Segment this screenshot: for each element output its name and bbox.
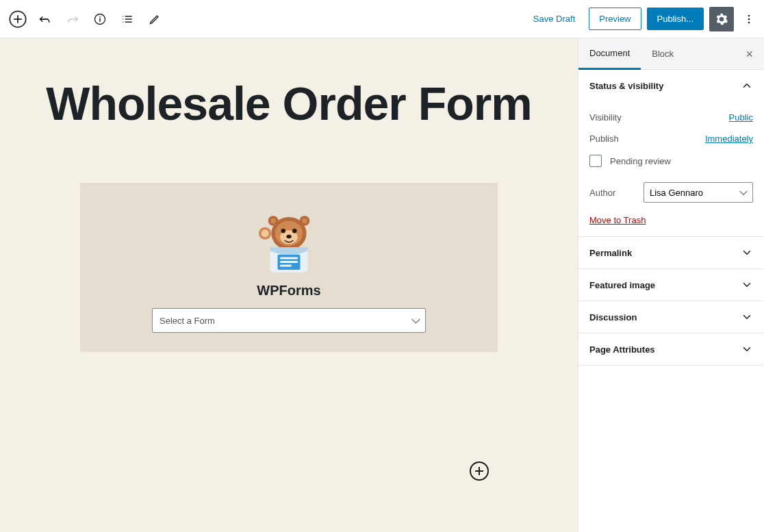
author-row: Author Lisa Gennaro xyxy=(589,177,753,208)
block-label: WPForms xyxy=(94,283,484,299)
settings-button[interactable] xyxy=(709,7,734,31)
sidebar-tabs: Document Block × xyxy=(578,38,764,70)
panel-title: Permalink xyxy=(589,248,632,258)
tab-document[interactable]: Document xyxy=(578,38,641,70)
panel-header-status[interactable]: Status & visibility xyxy=(578,70,764,101)
wpforms-block[interactable]: WPForms Select a Form xyxy=(80,183,498,352)
svg-point-4 xyxy=(99,16,101,17)
edit-button[interactable] xyxy=(142,7,167,31)
preview-button[interactable]: Preview xyxy=(589,8,641,30)
topbar-right: Save Draft Preview Publish... xyxy=(525,7,759,31)
plus-circle-icon xyxy=(8,10,27,29)
page-title[interactable]: Wholesale Order Form xyxy=(27,79,550,128)
redo-icon xyxy=(66,12,79,26)
wpforms-mascot-icon xyxy=(251,202,327,277)
panel-discussion: Discussion xyxy=(578,301,764,333)
svg-point-14 xyxy=(748,21,750,23)
list-icon xyxy=(120,12,134,26)
panel-header-discussion[interactable]: Discussion xyxy=(578,301,764,333)
more-menu-button[interactable] xyxy=(739,7,759,31)
publish-label: Publish xyxy=(589,134,619,144)
svg-point-12 xyxy=(748,14,750,16)
panel-title: Featured image xyxy=(589,280,655,290)
publish-value-link[interactable]: Immediately xyxy=(705,134,753,144)
chevron-down-icon xyxy=(741,246,753,259)
undo-icon xyxy=(38,12,52,26)
gear-icon xyxy=(715,12,728,26)
redo-button[interactable] xyxy=(60,7,85,31)
visibility-value-link[interactable]: Public xyxy=(729,112,753,123)
svg-point-23 xyxy=(292,229,296,233)
panel-title: Page Attributes xyxy=(589,344,655,355)
panel-featured-image: Featured image xyxy=(578,269,764,301)
info-icon xyxy=(93,12,107,26)
pencil-icon xyxy=(148,12,162,26)
topbar-left xyxy=(5,7,167,31)
chevron-down-icon xyxy=(741,311,753,323)
svg-point-24 xyxy=(286,235,291,239)
tab-block[interactable]: Block xyxy=(641,39,685,68)
publish-row: Publish Immediately xyxy=(589,128,753,149)
author-label: Author xyxy=(589,188,615,198)
panel-page-attributes: Page Attributes xyxy=(578,333,764,366)
more-vertical-icon xyxy=(742,12,756,26)
undo-button[interactable] xyxy=(33,7,58,31)
panel-header-featured-image[interactable]: Featured image xyxy=(578,269,764,301)
checkbox-icon[interactable] xyxy=(589,155,602,167)
svg-rect-30 xyxy=(280,262,298,264)
panel-header-page-attributes[interactable]: Page Attributes xyxy=(578,333,764,365)
panel-title: Discussion xyxy=(589,312,637,322)
move-to-trash-link[interactable]: Move to Trash xyxy=(589,215,646,225)
editor-canvas[interactable]: Wholesale Order Form xyxy=(0,38,578,532)
svg-point-20 xyxy=(270,218,275,223)
pending-review-label: Pending review xyxy=(610,156,671,166)
svg-point-21 xyxy=(302,218,307,223)
chevron-down-icon xyxy=(741,343,753,355)
publish-button[interactable]: Publish... xyxy=(647,8,704,30)
settings-sidebar: Document Block × Status & visibility Vis… xyxy=(578,38,764,532)
svg-point-26 xyxy=(262,230,269,238)
panel-body-status: Visibility Public Publish Immediately Pe… xyxy=(578,101,764,236)
form-select[interactable]: Select a Form xyxy=(152,308,426,333)
svg-point-22 xyxy=(281,229,285,233)
panel-title: Status & visibility xyxy=(589,81,663,91)
close-sidebar-button[interactable]: × xyxy=(740,44,759,64)
panel-permalink: Permalink xyxy=(578,237,764,269)
add-block-toolbar-button[interactable] xyxy=(5,7,30,31)
main-area: Wholesale Order Form xyxy=(0,38,764,532)
editor-canvas-wrap: Wholesale Order Form xyxy=(0,38,578,532)
form-select-wrap: Select a Form xyxy=(152,308,426,333)
author-select-wrap: Lisa Gennaro xyxy=(644,182,753,203)
save-draft-button[interactable]: Save Draft xyxy=(525,8,583,29)
pending-review-row[interactable]: Pending review xyxy=(589,149,753,177)
svg-rect-31 xyxy=(280,265,292,267)
add-block-inline-button[interactable] xyxy=(470,461,489,481)
chevron-up-icon xyxy=(741,79,753,92)
chevron-down-icon xyxy=(741,279,753,291)
svg-point-13 xyxy=(748,18,750,20)
editor-topbar: Save Draft Preview Publish... xyxy=(0,0,764,38)
svg-rect-29 xyxy=(280,257,298,259)
visibility-row: Visibility Public xyxy=(589,107,753,128)
panel-header-permalink[interactable]: Permalink xyxy=(578,237,764,268)
panel-status-visibility: Status & visibility Visibility Public Pu… xyxy=(578,70,764,237)
visibility-label: Visibility xyxy=(589,112,622,123)
author-select[interactable]: Lisa Gennaro xyxy=(644,182,753,203)
outline-button[interactable] xyxy=(115,7,140,31)
info-button[interactable] xyxy=(88,7,112,31)
